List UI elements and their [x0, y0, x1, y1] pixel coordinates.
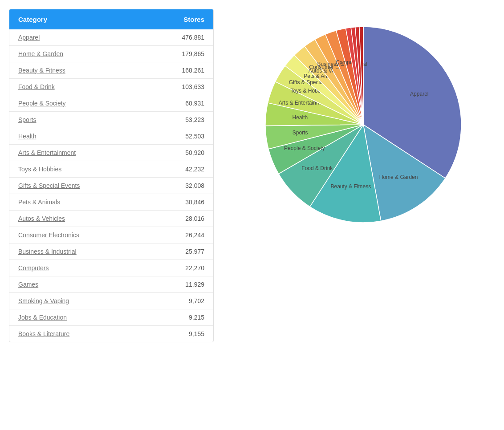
table-row: People & Society 60,931: [9, 95, 213, 112]
stores-cell: 28,016: [145, 211, 213, 227]
table-row: Gifts & Special Events 32,008: [9, 178, 213, 194]
category-cell[interactable]: Autos & Vehicles: [9, 211, 145, 227]
stores-cell: 103,633: [145, 79, 213, 95]
stores-cell: 53,223: [145, 112, 213, 128]
stores-cell: 30,846: [145, 194, 213, 211]
pie-label-5: Sports: [293, 130, 308, 136]
table-row: Consumer Electronics 26,244: [9, 227, 213, 243]
category-header: Category: [9, 9, 145, 29]
category-cell[interactable]: Toys & Hobbies: [9, 161, 145, 178]
stores-cell: 168,261: [145, 62, 213, 79]
table-row: Business & Industrial 25,977: [9, 243, 213, 260]
table-row: Home & Garden 179,865: [9, 46, 213, 62]
stores-cell: 52,503: [145, 128, 213, 145]
stores-cell: 9,155: [145, 326, 213, 342]
category-cell[interactable]: Arts & Entertainment: [9, 145, 145, 161]
stores-cell: 9,702: [145, 293, 213, 309]
table-row: Smoking & Vaping 9,702: [9, 293, 213, 309]
pie-label-2: Beauty & Fitness: [330, 183, 371, 190]
pie-label-3: Food & Drink: [301, 165, 333, 171]
category-cell[interactable]: Smoking & Vaping: [9, 293, 145, 309]
table-row: Games 11,929: [9, 276, 213, 293]
table-row: Jobs & Education 9,215: [9, 309, 213, 326]
table-row: Sports 53,223: [9, 112, 213, 128]
category-table: Category Stores Apparel 476,881 Home & G…: [9, 9, 214, 342]
category-cell[interactable]: Home & Garden: [9, 46, 145, 62]
category-cell[interactable]: Games: [9, 276, 145, 293]
category-cell[interactable]: Food & Drink: [9, 79, 145, 95]
stores-cell: 11,929: [145, 276, 213, 293]
stores-cell: 22,270: [145, 260, 213, 276]
stores-header: Stores: [145, 9, 213, 29]
table-row: Pets & Animals 30,846: [9, 194, 213, 211]
table-row: Beauty & Fitness 168,261: [9, 62, 213, 79]
table-row: Toys & Hobbies 42,232: [9, 161, 213, 178]
category-cell[interactable]: Pets & Animals: [9, 194, 145, 211]
category-cell[interactable]: Consumer Electronics: [9, 227, 145, 243]
category-cell[interactable]: Jobs & Education: [9, 309, 145, 326]
category-cell[interactable]: Beauty & Fitness: [9, 62, 145, 79]
stores-cell: 26,244: [145, 227, 213, 243]
pie-label-1: Home & Garden: [379, 174, 418, 180]
category-cell[interactable]: Apparel: [9, 29, 145, 46]
pie-chart-container: ApparelHome & GardenBeauty & FitnessFood…: [232, 9, 495, 236]
stores-cell: 179,865: [145, 46, 213, 62]
table-row: Autos & Vehicles 28,016: [9, 211, 213, 227]
table-row: Books & Literature 9,155: [9, 326, 213, 342]
stores-cell: 60,931: [145, 95, 213, 112]
table-row: Food & Drink 103,633: [9, 79, 213, 95]
table-row: Computers 22,270: [9, 260, 213, 276]
stores-cell: 25,977: [145, 243, 213, 260]
category-cell[interactable]: Business & Industrial: [9, 243, 145, 260]
category-cell[interactable]: Sports: [9, 112, 145, 128]
table-row: Health 52,503: [9, 128, 213, 145]
category-cell[interactable]: Health: [9, 128, 145, 145]
category-cell[interactable]: Books & Literature: [9, 326, 145, 342]
table-row: Arts & Entertainment 50,920: [9, 145, 213, 161]
stores-cell: 476,881: [145, 29, 213, 46]
table-row: Apparel 476,881: [9, 29, 213, 46]
stores-cell: 32,008: [145, 178, 213, 194]
category-cell[interactable]: Gifts & Special Events: [9, 178, 145, 194]
pie-label-6: Health: [292, 114, 308, 121]
stores-cell: 42,232: [145, 161, 213, 178]
pie-label-4: People & Society: [284, 145, 325, 151]
category-cell[interactable]: People & Society: [9, 95, 145, 112]
pie-label-0: Apparel: [410, 91, 428, 97]
stores-cell: 50,920: [145, 145, 213, 161]
stores-cell: 9,215: [145, 309, 213, 326]
category-cell[interactable]: Computers: [9, 260, 145, 276]
